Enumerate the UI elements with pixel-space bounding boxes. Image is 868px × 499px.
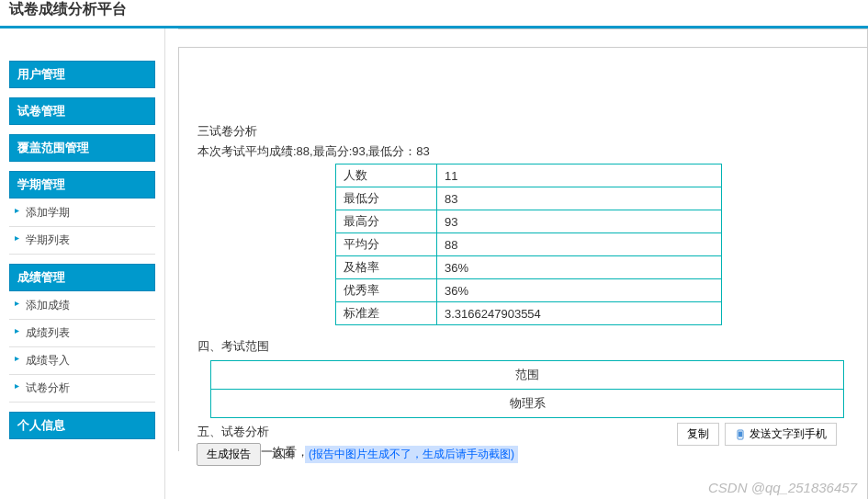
watermark: CSDN @qq_251836457 xyxy=(708,480,857,495)
table-row: 及格率36% xyxy=(336,256,722,279)
stat-value: 11 xyxy=(437,164,722,187)
table-row: 最高分93 xyxy=(336,210,722,233)
section4-title: 四、考试范围 xyxy=(197,338,850,355)
stat-label: 最低分 xyxy=(336,187,437,210)
table-row: 平均分88 xyxy=(336,233,722,256)
stat-label: 标准差 xyxy=(336,302,437,325)
stat-value: 83 xyxy=(437,187,722,210)
scope-header: 范围 xyxy=(211,361,844,390)
stat-label: 最高分 xyxy=(336,210,437,233)
stat-value: 88 xyxy=(437,233,722,256)
page-title: 试卷成绩分析平台 xyxy=(0,0,868,18)
nav-item-score-list[interactable]: 成绩列表 xyxy=(9,320,155,347)
table-row: 物理系 xyxy=(211,390,844,418)
table-row: 标准差3.3166247903554 xyxy=(336,302,722,325)
nav-header-user-mgmt[interactable]: 用户管理 xyxy=(9,61,155,88)
send-to-phone-button[interactable]: 发送文字到手机 xyxy=(725,423,837,446)
scope-value: 物理系 xyxy=(211,390,844,418)
nav-item-term-list[interactable]: 学期列表 xyxy=(9,227,155,255)
stat-label: 人数 xyxy=(336,164,437,187)
nav-item-add-term[interactable]: 添加学期 xyxy=(9,199,155,227)
phone-icon xyxy=(735,429,746,440)
generate-report-button[interactable]: 生成报告 xyxy=(197,443,261,466)
sidebar: 用户管理 试卷管理 覆盖范围管理 学期管理 添加学期 学期列表 成绩管理 添加成… xyxy=(0,28,165,499)
back-link[interactable]: 返回 xyxy=(268,447,298,462)
copy-button[interactable]: 复制 xyxy=(677,423,719,446)
svg-rect-1 xyxy=(738,431,742,437)
stat-value: 36% xyxy=(437,256,722,279)
stat-label: 及格率 xyxy=(336,256,437,279)
action-bar: 生成报告 返回 (报告中图片生成不了，生成后请手动截图) xyxy=(197,443,518,466)
table-row: 最低分83 xyxy=(336,187,722,210)
scope-table: 范围 物理系 xyxy=(210,360,844,418)
stat-label: 优秀率 xyxy=(336,279,437,302)
stat-label: 平均分 xyxy=(336,233,437,256)
table-row: 范围 xyxy=(211,361,844,390)
stat-value: 36% xyxy=(437,279,722,302)
summary-text: 本次考试平均成绩:88,最高分:93,最低分：83 xyxy=(197,143,850,160)
nav-header-coverage-mgmt[interactable]: 覆盖范围管理 xyxy=(9,134,155,162)
nav-header-term-mgmt[interactable]: 学期管理 xyxy=(9,171,155,198)
stats-table: 人数11 最低分83 最高分93 平均分88 及格率36% 优秀率36% 标准差… xyxy=(335,164,722,325)
nav-header-score-mgmt[interactable]: 成绩管理 xyxy=(9,264,155,291)
section3-title: 三试卷分析 xyxy=(197,123,850,140)
nav-item-add-score[interactable]: 添加成绩 xyxy=(9,292,155,320)
stat-value: 93 xyxy=(437,210,722,233)
nav-item-exam-analysis[interactable]: 试卷分析 xyxy=(9,375,155,403)
table-row: 优秀率36% xyxy=(336,279,722,302)
nav-header-exam-mgmt[interactable]: 试卷管理 xyxy=(9,97,155,125)
send-phone-label: 发送文字到手机 xyxy=(750,426,827,442)
hint-text: (报告中图片生成不了，生成后请手动截图) xyxy=(305,446,518,463)
nav-header-personal-info[interactable]: 个人信息 xyxy=(9,412,155,439)
table-row: 人数11 xyxy=(336,164,722,187)
nav-item-score-import[interactable]: 成绩导入 xyxy=(9,347,155,375)
stat-value: 3.3166247903554 xyxy=(437,302,722,325)
copy-toolbar: 复制 发送文字到手机 xyxy=(677,423,837,446)
content-panel: 三试卷分析 本次考试平均成绩:88,最高分:93,最低分：83 人数11 最低分… xyxy=(178,47,868,451)
